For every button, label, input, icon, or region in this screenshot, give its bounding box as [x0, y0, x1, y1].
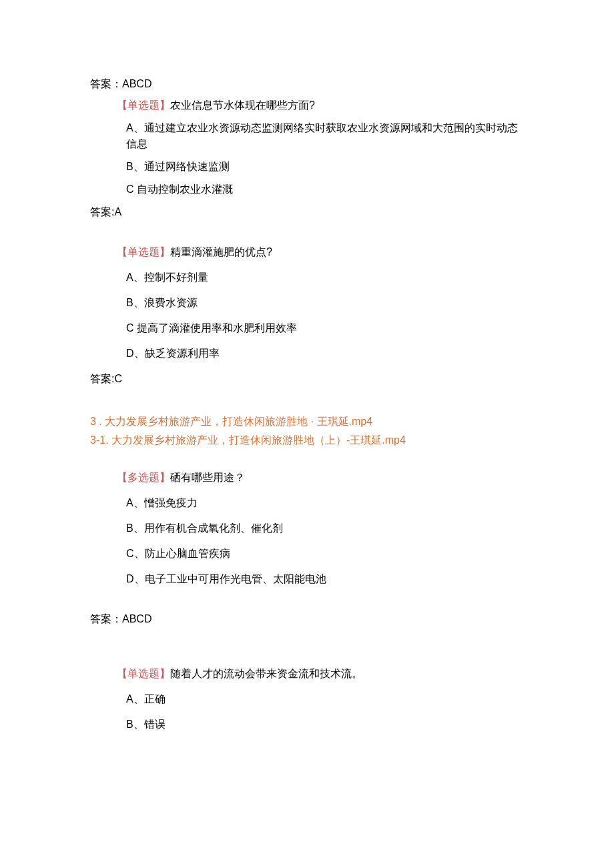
- question-tag-single: 【单选题】: [117, 246, 170, 258]
- option-d: D、电子工业中可用作光电管、太阳能电池: [126, 571, 524, 587]
- question-block-q4: 【多选题】硒有哪些用途？ A、憎强免疫力 B、用作有机合成氧化剂、催化剂 C、防…: [117, 470, 524, 587]
- option-a: A、控制不好剂量: [126, 270, 524, 286]
- options-list: A、通过建立农业水资源动态监测网络实时获取农业水资源网域和大范围的实时动态信息 …: [117, 120, 524, 197]
- option-b: B、用作有机合成氧化剂、催化剂: [126, 520, 524, 536]
- option-b: B、浪费水资源: [126, 295, 524, 311]
- option-b: B、通过网络快速监测: [126, 159, 524, 175]
- question-tag-multi: 【多选题】: [117, 472, 170, 483]
- question-tag-single: 【单选题】: [117, 668, 170, 679]
- document-page: 答案：ABCD 【单选题】农业信息节水体现在哪些方面? A、通过建立农业水资源动…: [0, 0, 614, 868]
- option-a: A、正确: [126, 691, 524, 707]
- option-a: A、憎强免疫力: [126, 495, 524, 511]
- answer-text-q3: 答案:C: [90, 371, 524, 387]
- question-block-q2: 【单选题】农业信息节水体现在哪些方面? A、通过建立农业水资源动态监测网络实时获…: [117, 97, 524, 197]
- answer-text-q2: 答案:A: [90, 204, 524, 220]
- media-link-1[interactable]: 3 . 大力发展乡村旅游产业，打造休闲旅游胜地 · 王琪延.mp4: [90, 414, 524, 430]
- question-text: 硒有哪些用途？: [170, 472, 245, 483]
- options-list: A、正确 B、错误: [117, 691, 524, 733]
- answer-text-q1: 答案：ABCD: [90, 76, 524, 92]
- media-link-2[interactable]: 3-1. 大力发展乡村旅游产业，打造休闲旅游胜地（上）-王琪延.mp4: [90, 432, 524, 448]
- question-text: 精重滴灌施肥的优点?: [170, 246, 272, 258]
- options-list: A、憎强免疫力 B、用作有机合成氧化剂、催化剂 C、防止心脑血管疾病 D、电子工…: [117, 495, 524, 587]
- option-d: D、缺乏资源利用率: [126, 346, 524, 362]
- question-tag-single: 【单选题】: [117, 99, 170, 111]
- option-c: C 提高了滴灌使用率和水肥利用效率: [126, 320, 524, 336]
- option-c: C 自动控制农业水灌溉: [126, 181, 524, 197]
- option-a: A、通过建立农业水资源动态监测网络实时获取农业水资源网域和大范围的实时动态信息: [126, 120, 524, 152]
- answer-text-q4: 答案：ABCD: [90, 611, 524, 627]
- question-block-q3: 【单选题】精重滴灌施肥的优点? A、控制不好剂量 B、浪费水资源 C 提高了滴灌…: [117, 244, 524, 362]
- question-block-q5: 【单选题】随着人才的流动会带来资金流和技术流。 A、正确 B、错误: [117, 666, 524, 733]
- question-text: 农业信息节水体现在哪些方面?: [170, 99, 315, 111]
- question-text: 随着人才的流动会带来资金流和技术流。: [170, 668, 362, 679]
- options-list: A、控制不好剂量 B、浪费水资源 C 提高了滴灌使用率和水肥利用效率 D、缺乏资…: [117, 270, 524, 362]
- option-c: C、防止心脑血管疾病: [126, 546, 524, 562]
- option-b: B、错误: [126, 717, 524, 733]
